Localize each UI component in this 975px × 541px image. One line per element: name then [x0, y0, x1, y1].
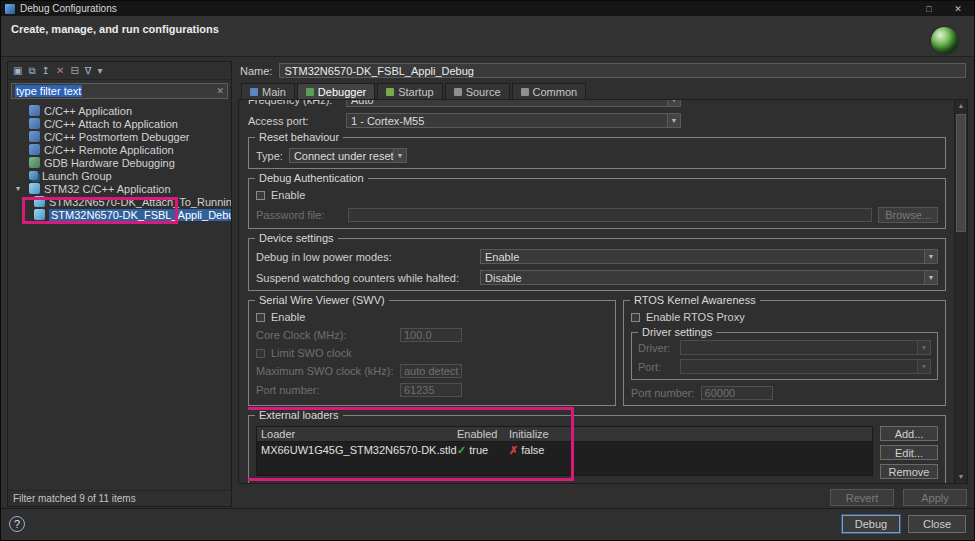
- delete-icon[interactable]: ✕: [56, 66, 64, 76]
- rtos-port-select: ▼: [680, 359, 931, 374]
- filter-input-text: type filter text: [15, 85, 82, 97]
- tree-item-cpp-attach[interactable]: C/C++ Attach to Application: [8, 117, 231, 130]
- chevron-down-icon: ▼: [917, 341, 930, 354]
- chevron-down-icon: ▼: [917, 360, 930, 373]
- clear-filter-icon[interactable]: ✕: [216, 86, 224, 96]
- loader-row[interactable]: MX66UW1G45G_STM32N6570-DK.stldr ✓ true ✗…: [257, 442, 872, 458]
- access-port-label: Access port:: [248, 115, 340, 127]
- debug-authentication-group: Debug Authentication Enable Password fil…: [248, 178, 946, 229]
- name-label: Name:: [240, 65, 272, 77]
- c-postmortem-icon: [29, 131, 40, 142]
- swv-group: Serial Wire Viewer (SWV) Enable Core Clo…: [248, 300, 616, 406]
- filter-icon[interactable]: ∇: [85, 66, 92, 76]
- password-file-label: Password file:: [256, 209, 342, 221]
- swv-port-input: 61235: [400, 383, 462, 397]
- new-configuration-icon[interactable]: ▣: [13, 66, 22, 76]
- close-button[interactable]: Close: [908, 515, 966, 533]
- panel-sash[interactable]: [232, 61, 236, 507]
- low-power-select[interactable]: Enable ▼: [480, 249, 938, 264]
- rtos-group: RTOS Kernel Awareness Enable RTOS Proxy …: [623, 300, 946, 406]
- revert-button: Revert: [830, 489, 894, 506]
- dialog-footer: ? Debug Close: [1, 508, 974, 540]
- help-button[interactable]: ?: [9, 516, 25, 532]
- tree-item-fsbl-appli-debug[interactable]: STM32N6570-DK_FSBL_Appli_Debug: [8, 208, 231, 221]
- chevron-down-icon: ▼: [924, 250, 937, 263]
- view-menu-icon[interactable]: ▾: [97, 66, 102, 76]
- swv-enable-checkbox[interactable]: [256, 313, 265, 322]
- collapse-all-icon[interactable]: ⊟: [70, 66, 78, 76]
- reset-type-label: Type:: [256, 150, 283, 162]
- tab-source[interactable]: Source: [445, 83, 510, 99]
- add-loader-button[interactable]: Add...: [880, 426, 938, 441]
- auth-enable-label: Enable: [271, 189, 305, 201]
- window-title: Debug Configurations: [20, 3, 912, 14]
- stm32-application-icon: [29, 183, 40, 194]
- debugger-tab-icon: [306, 88, 314, 96]
- filter-status: Filter matched 9 of 11 items: [8, 490, 231, 506]
- remove-loader-button[interactable]: Remove: [880, 464, 938, 479]
- export-icon[interactable]: ↥: [42, 66, 50, 76]
- driver-settings-group: Driver settings Driver: ▼ Port:: [631, 332, 938, 380]
- loader-name: MX66UW1G45G_STM32N6570-DK.stldr: [257, 444, 457, 456]
- chevron-down-icon: ▼: [393, 149, 406, 162]
- auth-enable-checkbox[interactable]: [256, 191, 265, 200]
- rtos-title: RTOS Kernel Awareness: [630, 294, 760, 306]
- launch-group-icon: [29, 171, 38, 180]
- rtos-proxy-checkbox[interactable]: [631, 313, 640, 322]
- configuration-tree: C/C++ Application C/C++ Attach to Applic…: [8, 101, 231, 490]
- tree-item-gdb-hardware[interactable]: GDB Hardware Debugging: [8, 156, 231, 169]
- watchdog-select[interactable]: Disable ▼: [480, 270, 938, 285]
- configurations-sidebar: ▣ ⧉ ↥ ✕ ⊟ ∇ ▾ type filter text ✕ C/C++ A…: [7, 61, 232, 507]
- filter-input[interactable]: type filter text ✕: [11, 83, 228, 99]
- loaders-table[interactable]: Loader Enabled Initialize MX66UW1G45G_ST…: [256, 426, 873, 476]
- sidebar-toolbar: ▣ ⧉ ↥ ✕ ⊟ ∇ ▾: [8, 62, 231, 80]
- limit-swo-checkbox: [256, 349, 265, 358]
- tab-startup[interactable]: Startup: [377, 83, 442, 99]
- chevron-down-icon: ▼: [667, 100, 680, 106]
- debug-button[interactable]: Debug: [842, 515, 900, 533]
- c-remote-icon: [29, 144, 40, 155]
- tree-item-cpp-application[interactable]: C/C++ Application: [8, 104, 231, 117]
- scroll-down-icon[interactable]: ▼: [955, 471, 967, 483]
- tab-debugger[interactable]: Debugger: [297, 83, 375, 99]
- rtos-port-number-label: Port number:: [631, 387, 695, 399]
- password-file-input: [348, 208, 872, 222]
- startup-tab-icon: [386, 88, 394, 96]
- tree-item-attach-to-running[interactable]: STM32N6570-DK_Attach_To_Running: [8, 195, 231, 208]
- edit-loader-button[interactable]: Edit...: [880, 445, 938, 460]
- editor-tabbar: Main Debugger Startup Source Common: [238, 82, 968, 100]
- access-port-select[interactable]: 1 - Cortex-M55 ▼: [346, 113, 681, 128]
- tree-item-cpp-postmortem[interactable]: C/C++ Postmortem Debugger: [8, 130, 231, 143]
- titlebar: Debug Configurations □ ✕: [1, 1, 974, 16]
- tree-item-launch-group[interactable]: Launch Group: [8, 169, 231, 182]
- c-attach-icon: [29, 118, 40, 129]
- driver-label: Driver:: [638, 342, 674, 354]
- scroll-up-icon[interactable]: ▲: [955, 100, 967, 112]
- tab-common[interactable]: Common: [512, 83, 587, 99]
- duplicate-icon[interactable]: ⧉: [28, 66, 35, 76]
- scrollbar-thumb[interactable]: [956, 114, 966, 232]
- tree-item-stm32-application[interactable]: ▾ STM32 C/C++ Application: [8, 182, 231, 195]
- driver-settings-title: Driver settings: [638, 326, 716, 338]
- frequency-select[interactable]: Auto ▼: [346, 100, 681, 107]
- max-swo-label: Maximum SWO clock (kHz):: [256, 365, 394, 377]
- tab-main[interactable]: Main: [241, 83, 295, 99]
- close-icon[interactable]: ✕: [946, 4, 970, 14]
- swv-title: Serial Wire Viewer (SWV): [255, 294, 389, 306]
- dialog-subtitle: Create, manage, and run configurations: [11, 23, 219, 35]
- tree-item-cpp-remote[interactable]: C/C++ Remote Application: [8, 143, 231, 156]
- name-input[interactable]: STM32N6570-DK_FSBL_Appli_Debug: [279, 63, 966, 78]
- reset-type-select[interactable]: Connect under reset ▼: [289, 148, 407, 163]
- form-scrollbar[interactable]: ▲ ▼: [954, 100, 967, 483]
- common-tab-icon: [521, 88, 529, 96]
- maximize-icon[interactable]: □: [917, 4, 941, 14]
- reset-behaviour-group: Reset behaviour Type: Connect under rese…: [248, 137, 946, 169]
- c-application-icon: [29, 105, 40, 116]
- max-swo-input: auto detect: [400, 364, 462, 378]
- debug-authentication-title: Debug Authentication: [255, 172, 368, 184]
- browse-button: Browse...: [878, 207, 938, 223]
- swv-enable-label: Enable: [271, 311, 305, 323]
- rtos-port-label: Port:: [638, 361, 674, 373]
- expander-icon[interactable]: ▾: [16, 184, 25, 193]
- device-settings-group: Device settings Debug in low power modes…: [248, 238, 946, 291]
